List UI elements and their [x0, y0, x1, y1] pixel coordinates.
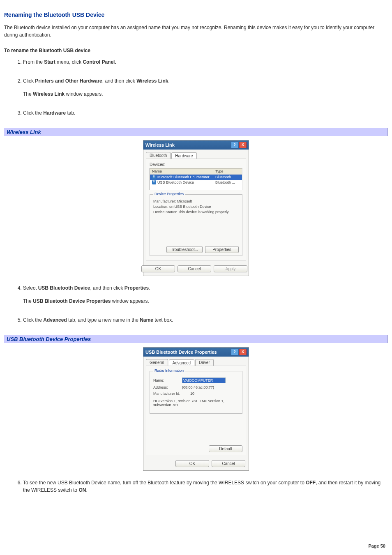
apply-button[interactable]: Apply	[214, 265, 247, 272]
device-properties-group: Device Properties Manufacturer: Microsof…	[150, 194, 242, 256]
troubleshoot-button[interactable]: Troubleshoot...	[166, 246, 203, 253]
properties-button[interactable]: Properties	[205, 246, 239, 253]
ok-button[interactable]: OK	[175, 460, 209, 467]
usb-bluetooth-properties-dialog: USB Bluetooth Device Properties ? X Gene…	[143, 347, 249, 471]
cancel-button[interactable]: Cancel	[212, 460, 245, 467]
tab-driver[interactable]: Driver	[195, 359, 214, 366]
manufacturer-id-label: Manufacturer Id:	[153, 391, 190, 396]
cancel-button[interactable]: Cancel	[178, 265, 211, 272]
tab-general[interactable]: General	[146, 359, 168, 366]
help-icon[interactable]: ?	[231, 349, 238, 355]
help-icon[interactable]: ?	[231, 142, 238, 148]
ok-button[interactable]: OK	[141, 265, 175, 272]
step-1: From the Start menu, click Control Panel…	[23, 58, 388, 66]
dialog1-title: Wireless Link	[145, 143, 175, 147]
tab-hardware[interactable]: Hardware	[171, 152, 196, 159]
col-type[interactable]: Type	[213, 168, 242, 174]
step-6: To see the new USB Bluetooth Device name…	[23, 479, 388, 494]
dialog1-bottom-buttons: OK Cancel Apply	[143, 263, 249, 276]
steps-list-1: From the Start menu, click Control Panel…	[4, 58, 388, 117]
close-icon[interactable]: X	[239, 349, 247, 355]
col-name[interactable]: Name	[150, 168, 213, 174]
dialog1-wrap: Wireless Link ? X Bluetooth Hardware Dev…	[4, 140, 388, 276]
group-legend: Device Properties	[153, 192, 185, 196]
list-item[interactable]: USB Bluetooth Device Bluetooth ...	[150, 180, 242, 185]
procedure-heading: To rename the Bluetooth USB device	[4, 47, 388, 54]
section-heading: Renaming the Bluetooth USB Device	[4, 12, 388, 18]
step-4: Select USB Bluetooth Device, and then cl…	[23, 284, 388, 305]
devices-label: Devices:	[150, 162, 242, 167]
dialog1-tabs: Bluetooth Hardware	[143, 150, 249, 159]
address-label: Address:	[153, 385, 182, 389]
step-5: Click the Advanced tab, and type a new n…	[23, 316, 388, 324]
close-icon[interactable]: X	[239, 142, 247, 148]
caption-device-properties: USB Bluetooth Device Properties	[4, 335, 388, 343]
hci-info: HCI version 1, revision 781. LMP version…	[153, 399, 239, 407]
list-item[interactable]: Microsoft Bluetooth Enumerator Bluetooth…	[150, 175, 242, 180]
tab-advanced[interactable]: Advanced	[169, 359, 194, 366]
radio-info-group: Radio Information Name: Address: (08:00:…	[150, 371, 242, 414]
dialog2-body: Radio Information Name: Address: (08:00:…	[146, 366, 246, 455]
intro-paragraph: The Bluetooth device installed on your c…	[4, 24, 388, 39]
listview-header: Name Type	[150, 168, 242, 175]
prop-manufacturer: Manufacturer: Microsoft	[153, 199, 239, 203]
bluetooth-icon	[152, 175, 156, 180]
name-label: Name:	[153, 378, 182, 382]
bluetooth-icon	[152, 180, 156, 184]
manufacturer-id-value: 10	[190, 391, 194, 396]
prop-location: Location: on USB Bluetooth Device	[153, 205, 239, 209]
caption-wireless-link: Wireless Link	[4, 128, 388, 136]
dialog2-wrap: USB Bluetooth Device Properties ? X Gene…	[4, 347, 388, 471]
devices-listview[interactable]: Name Type Microsoft Bluetooth Enumerator…	[150, 168, 242, 190]
dialog2-titlebar: USB Bluetooth Device Properties ? X	[143, 348, 249, 357]
prop-status: Device Status: This device is working pr…	[153, 210, 239, 214]
step-2: Click Printers and Other Hardware, and t…	[23, 77, 388, 98]
default-button[interactable]: Default	[209, 445, 242, 452]
dialog2-title: USB Bluetooth Device Properties	[145, 350, 217, 355]
tab-bluetooth[interactable]: Bluetooth	[146, 152, 171, 159]
group-legend-radio: Radio Information	[153, 368, 185, 373]
address-value: (08:00:46:ac:00:77)	[182, 385, 214, 389]
dialog2-bottom-buttons: OK Cancel	[143, 458, 249, 470]
dialog2-tabs: General Advanced Driver	[143, 357, 249, 366]
wireless-link-dialog: Wireless Link ? X Bluetooth Hardware Dev…	[143, 140, 249, 276]
steps-list-3: To see the new USB Bluetooth Device name…	[4, 479, 388, 494]
steps-list-2: Select USB Bluetooth Device, and then cl…	[4, 284, 388, 324]
step-3: Click the Hardware tab.	[23, 109, 388, 117]
dialog1-body: Devices: Name Type Microsoft Bluetooth E…	[146, 159, 246, 260]
dialog1-titlebar: Wireless Link ? X	[143, 140, 249, 150]
name-input[interactable]	[182, 378, 226, 383]
